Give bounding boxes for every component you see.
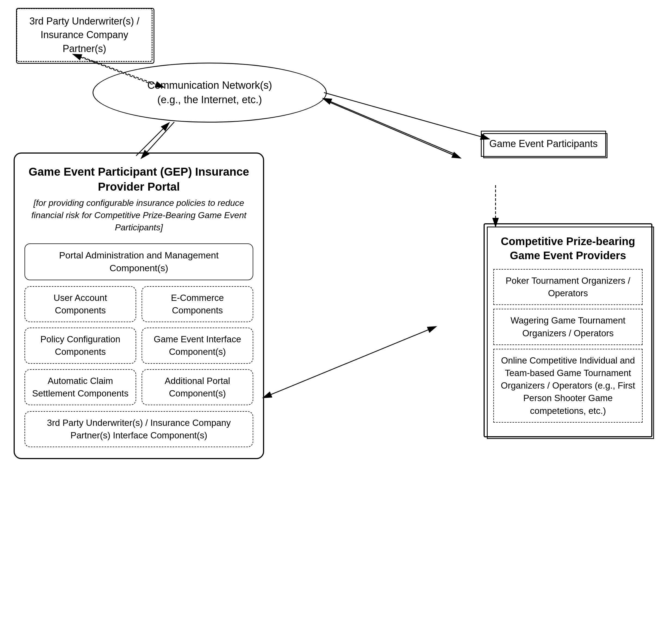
game-event-interface-box: Game Event Interface Component(s) — [142, 328, 253, 364]
comm-network-line1: Communication Network(s) — [147, 78, 272, 92]
diagram-container: 3rd Party Underwriter(s) / Insurance Com… — [0, 0, 666, 644]
svg-line-12 — [264, 327, 436, 398]
svg-line-11 — [324, 92, 489, 139]
gep-portal-box: Game Event Participant (GEP) Insurance P… — [14, 153, 264, 459]
poker-box: Poker Tournament Organizers / Operators — [493, 269, 643, 305]
online-box: Online Competitive Individual and Team-b… — [493, 349, 643, 423]
third-party-bottom-label: 3rd Party Underwriter(s) / Insurance Com… — [47, 418, 231, 440]
comm-network-ellipse: Communication Network(s) (e.g., the Inte… — [92, 63, 327, 123]
svg-line-7 — [136, 123, 169, 156]
additional-portal-label: Additional Portal Component(s) — [165, 376, 230, 398]
svg-line-8 — [326, 101, 460, 158]
additional-portal-box: Additional Portal Component(s) — [142, 369, 253, 405]
policy-config-box: Policy Configuration Components — [24, 328, 136, 364]
third-party-top-label: 3rd Party Underwriter(s) / Insurance Com… — [30, 16, 139, 54]
user-account-box: User Account Components — [24, 286, 136, 322]
svg-line-9 — [323, 99, 457, 155]
auto-claim-box: Automatic Claim Settlement Components — [24, 369, 136, 405]
portal-admin-box: Portal Administration and Management Com… — [24, 243, 253, 280]
user-account-label: User Account Components — [54, 293, 107, 315]
poker-label: Poker Tournament Organizers / Operators — [506, 276, 630, 298]
competitive-prize-box: Competitive Prize-bearing Game Event Pro… — [484, 223, 652, 437]
competitive-prize-title: Competitive Prize-bearing Game Event Pro… — [493, 234, 643, 262]
third-party-bottom-box: 3rd Party Underwriter(s) / Insurance Com… — [24, 411, 253, 447]
game-event-participants-label: Game Event Participants — [489, 138, 598, 149]
wagering-box: Wagering Game Tournament Organizers / Op… — [493, 309, 643, 345]
game-event-participants-box: Game Event Participants — [481, 131, 606, 157]
portal-admin-label: Portal Administration and Management Com… — [59, 250, 218, 273]
gep-portal-subtitle: [for providing configurable insurance po… — [24, 197, 253, 233]
policy-config-label: Policy Configuration Components — [40, 334, 120, 357]
gep-portal-title: Game Event Participant (GEP) Insurance P… — [24, 164, 253, 194]
components-grid: User Account Components E-Commerce Compo… — [24, 286, 253, 405]
wagering-label: Wagering Game Tournament Organizers / Op… — [510, 315, 626, 338]
game-event-interface-label: Game Event Interface Component(s) — [154, 334, 241, 357]
auto-claim-label: Automatic Claim Settlement Components — [32, 376, 128, 398]
ecommerce-label: E-Commerce Components — [171, 293, 224, 315]
comm-network-line2: (e.g., the Internet, etc.) — [157, 92, 262, 107]
third-party-top-box: 3rd Party Underwriter(s) / Insurance Com… — [16, 8, 153, 62]
ecommerce-box: E-Commerce Components — [142, 286, 253, 322]
online-label: Online Competitive Individual and Team-b… — [501, 355, 635, 416]
